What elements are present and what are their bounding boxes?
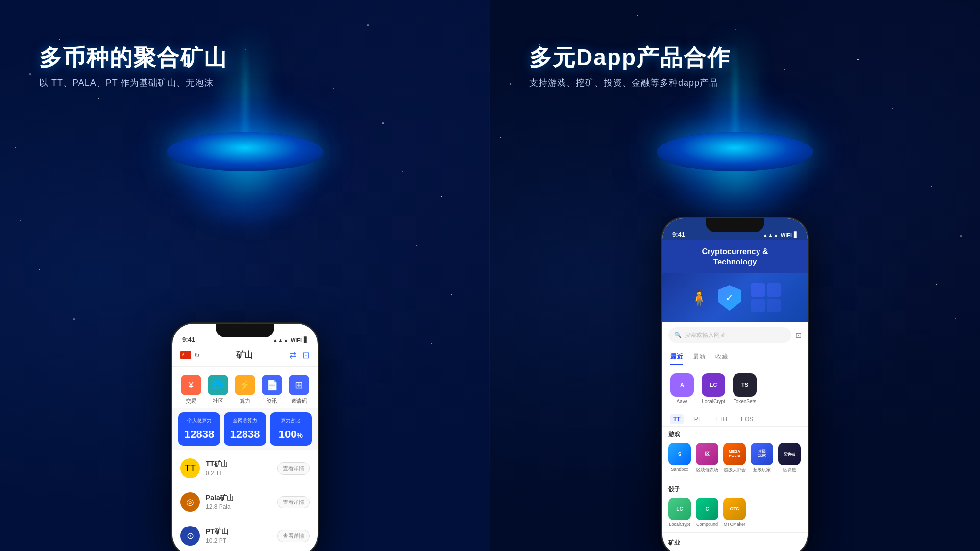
qr-icon[interactable]: ⊡: [302, 350, 310, 360]
stat-value-personal: 12838: [182, 428, 216, 441]
pala-mine-info: Pala矿山 12.8 Pala: [206, 494, 234, 510]
right-battery-icon: ▋: [794, 232, 798, 238]
signal-icon: ▲▲▲: [272, 337, 289, 343]
tt-mine-amount: 0.2 TT: [206, 470, 228, 477]
pala-detail-btn[interactable]: 查看详情: [277, 496, 310, 508]
refresh-icon[interactable]: ↻: [194, 351, 200, 359]
mining-app-title: 矿山: [236, 349, 253, 360]
tt-mine-info: TT矿山 0.2 TT: [206, 460, 228, 477]
right-phone-notch: [706, 218, 764, 232]
banner-figure-icon: 🧍: [690, 289, 708, 307]
app-localcrypt[interactable]: LC LocalCrypt: [702, 373, 725, 404]
app-sandbox[interactable]: S Sandbox: [668, 443, 691, 473]
pala-mine-name: Pala矿山: [206, 494, 234, 503]
stat-value-network: 12838: [228, 428, 262, 441]
mine-list: TT TT矿山 0.2 TT 查看详情 ◎ Pala矿山: [172, 450, 318, 551]
stat-label-personal: 个人总算力: [182, 417, 216, 424]
nav-grid: ¥ 交易 🌐 社区 ⚡ 算力 📄 资讯: [172, 367, 318, 408]
cat-tab-pt[interactable]: PT: [691, 414, 705, 424]
pt-mine-info: PT矿山 10.2 PT: [206, 527, 228, 544]
mega-icon: MEGAPOLIS: [723, 443, 746, 465]
trade-icon: ¥: [181, 375, 201, 395]
stat-label-share: 算力占比: [274, 417, 308, 424]
pala-mine-icon: ◎: [180, 492, 200, 512]
app-tokensets[interactable]: TS TokenSets: [733, 373, 757, 404]
dapp-title-line1: Cryptocurrency &: [702, 247, 768, 256]
phone-notch: [216, 324, 274, 337]
pt-detail-btn[interactable]: 查看详情: [277, 530, 310, 542]
tt-mine-name: TT矿山: [206, 460, 228, 469]
fullscreen-icon[interactable]: ⊡: [795, 331, 802, 340]
nav-label-hashrate: 算力: [240, 397, 250, 405]
status-icons: ▲▲▲ WiFi ▋: [272, 337, 308, 343]
nav-item-hashrate[interactable]: ⚡ 算力: [235, 375, 255, 405]
right-time-display: 9:41: [672, 231, 685, 238]
app-aave[interactable]: A Aave: [670, 373, 694, 404]
cat-tab-eth[interactable]: ETH: [712, 414, 730, 424]
dapp-tab-row: 最近 最新 收藏: [662, 348, 808, 367]
dice-apps-row: LC LocalCrypt C Compound OTC OTCMaker: [668, 498, 802, 527]
category-tabs: TT PT ETH EOS: [662, 410, 808, 427]
mining-screen: 9:41 ▲▲▲ WiFi ▋ ↻ 矿山 ⇄: [172, 324, 318, 551]
nav-item-invite[interactable]: ⊞ 邀请码: [289, 375, 309, 405]
localcrypt2-label: LocalCrypt: [669, 522, 690, 527]
stat-personal-hashrate: 个人总算力 12838: [178, 412, 220, 446]
hashrate-icon: ⚡: [235, 375, 255, 395]
tt-detail-btn[interactable]: 查看详情: [277, 462, 310, 475]
share-number: 100: [279, 428, 297, 440]
mine-item-tt: TT TT矿山 0.2 TT 查看详情: [172, 452, 318, 485]
dapp-title-line2: Technology: [713, 258, 757, 266]
right-phone-container: 9:41 ▲▲▲ WiFi ▋ Cryptocurrency & Technol…: [662, 217, 808, 551]
tab-favorites[interactable]: 收藏: [715, 352, 728, 365]
compound-label: Compound: [696, 522, 718, 527]
app-super[interactable]: 超级玩家 超级玩家: [751, 443, 773, 473]
right-title-block: 多元Dapp产品合作 支持游戏、挖矿、投资、金融等多种dapp产品: [490, 44, 980, 89]
pt-mine-icon: ⊙: [180, 526, 200, 546]
stat-network-hashrate: 全网总算力 12838: [224, 412, 266, 446]
sandbox-label: Sandbox: [671, 467, 688, 472]
app-otc[interactable]: OTC OTCMaker: [723, 498, 746, 527]
pt-mine-amount: 10.2 PT: [206, 537, 228, 544]
app-blockchain-farm[interactable]: 区 区块链农场: [696, 443, 718, 473]
pala-mine-amount: 12.8 Pala: [206, 503, 234, 510]
swap-icon[interactable]: ⇄: [289, 350, 296, 360]
mini-box-1: [751, 283, 765, 297]
nav-item-trade[interactable]: ¥ 交易: [181, 375, 201, 405]
games-apps-row: S Sandbox 区 区块链农场 MEGAPOLIS 超级大都会 超级玩家: [668, 443, 802, 473]
cross-label: 区块链: [783, 467, 796, 473]
app-localcrypt2[interactable]: LC LocalCrypt: [668, 498, 691, 527]
dapp-screen: 9:41 ▲▲▲ WiFi ▋ Cryptocurrency & Technol…: [662, 218, 808, 551]
app-cross-chain[interactable]: 区块链 区块链: [778, 443, 801, 473]
community-icon: 🌐: [208, 375, 228, 395]
tab-latest[interactable]: 最新: [693, 352, 706, 365]
header-right: ⇄ ⊡: [289, 350, 310, 360]
left-panel: 多币种的聚合矿山 以 TT、PALA、PT 作为基础矿山、无泡沫 9:41 ▲▲…: [0, 0, 490, 551]
nav-label-community: 社区: [213, 397, 223, 405]
otc-label: OTCMaker: [724, 522, 745, 527]
right-wifi-icon: WiFi: [781, 232, 792, 238]
localcrypt2-icon: LC: [668, 498, 691, 520]
right-signal-icon: ▲▲▲: [762, 232, 779, 238]
localcrypt-icon: LC: [702, 373, 725, 397]
nav-label-invite: 邀请码: [291, 397, 307, 405]
nav-item-community[interactable]: 🌐 社区: [208, 375, 228, 405]
app-compound[interactable]: C Compound: [696, 498, 718, 527]
right-subtitle: 支持游戏、挖矿、投资、金融等多种dapp产品: [529, 77, 980, 89]
nav-label-trade: 交易: [186, 397, 196, 405]
mini-box-4: [767, 299, 781, 312]
news-icon: 📄: [262, 375, 282, 395]
app-mega[interactable]: MEGAPOLIS 超级大都会: [723, 443, 746, 473]
left-subtitle: 以 TT、PALA、PT 作为基础矿山、无泡沫: [39, 77, 490, 89]
search-placeholder: 搜索或输入网址: [685, 331, 726, 339]
cat-tab-tt[interactable]: TT: [670, 414, 684, 424]
nav-item-news[interactable]: 📄 资讯: [262, 375, 282, 405]
super-icon: 超级玩家: [751, 443, 773, 465]
cat-tab-eos[interactable]: EOS: [738, 414, 756, 424]
battery-icon: ▋: [304, 337, 308, 343]
aave-label: Aave: [677, 399, 688, 404]
section-divider-2: [662, 532, 808, 533]
compound-icon: C: [696, 498, 718, 520]
tab-recent[interactable]: 最近: [670, 352, 683, 365]
dapp-search-input[interactable]: 🔍 搜索或输入网址: [668, 327, 791, 343]
super-label: 超级玩家: [753, 467, 771, 473]
